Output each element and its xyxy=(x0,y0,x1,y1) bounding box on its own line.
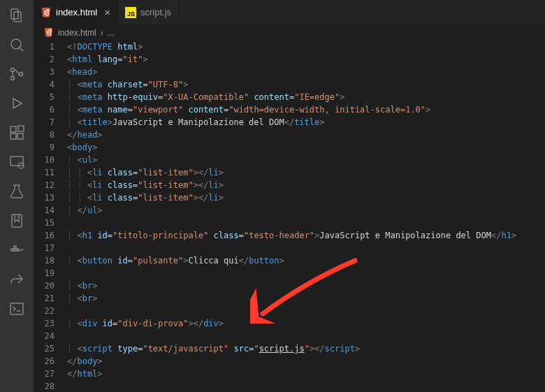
code-line[interactable]: </head> xyxy=(67,129,545,141)
main-area: index.html × JS script.js index.html › .… xyxy=(34,0,545,392)
run-debug-icon[interactable] xyxy=(8,95,25,112)
svg-point-2 xyxy=(11,39,21,49)
bookmarks-icon[interactable] xyxy=(8,212,25,229)
remote-explorer-icon[interactable] xyxy=(8,154,25,170)
line-number: 4 xyxy=(34,78,54,91)
svg-rect-12 xyxy=(10,157,23,166)
code-line[interactable]: │ <meta name="viewport" content="width=d… xyxy=(67,103,545,116)
line-number: 27 xyxy=(34,368,54,380)
line-number-gutter: 1234567891011121314151617181920212223242… xyxy=(34,41,67,392)
svg-rect-16 xyxy=(11,249,13,251)
code-line[interactable]: │ <script type="text/javascript" src="sc… xyxy=(67,342,545,355)
code-line[interactable]: │ │ <li class="list-item"></li> xyxy=(67,166,545,179)
line-number: 26 xyxy=(34,355,54,368)
svg-rect-10 xyxy=(17,133,23,139)
code-line[interactable]: │ <ul> xyxy=(67,154,545,166)
code-line[interactable]: <body> xyxy=(67,141,545,154)
svg-point-6 xyxy=(20,73,23,76)
line-number: 8 xyxy=(34,129,54,141)
search-icon[interactable] xyxy=(8,36,25,53)
close-icon[interactable]: × xyxy=(104,6,110,18)
line-number: 13 xyxy=(34,191,54,204)
code-line[interactable]: │ <title>JavaScript e Manipolazione del … xyxy=(67,116,545,129)
code-line[interactable]: │ <br> xyxy=(67,280,545,292)
line-number: 9 xyxy=(34,141,54,154)
code-line[interactable]: <head> xyxy=(67,66,545,78)
code-line[interactable]: <!DOCTYPE html> xyxy=(67,41,545,53)
svg-point-5 xyxy=(11,77,15,80)
code-line[interactable]: │ </ul> xyxy=(67,204,545,217)
tab-index-html[interactable]: index.html × xyxy=(34,0,118,24)
line-number: 16 xyxy=(34,229,54,242)
line-number: 3 xyxy=(34,66,54,78)
code-content[interactable]: <!DOCTYPE html><html lang="it"><head>│ <… xyxy=(67,41,545,392)
line-number: 2 xyxy=(34,53,54,66)
extensions-icon[interactable] xyxy=(8,124,25,141)
code-line[interactable] xyxy=(67,242,545,254)
code-line[interactable] xyxy=(67,217,545,229)
code-line[interactable]: │ │ <li class="list-item"></li> xyxy=(67,191,545,204)
editor[interactable]: 1234567891011121314151617181920212223242… xyxy=(34,41,545,392)
code-line[interactable]: │ <h1 id="titolo-principale" class="test… xyxy=(67,229,545,242)
breadcrumb-separator: › xyxy=(101,28,103,38)
source-control-icon[interactable] xyxy=(8,66,25,82)
svg-line-3 xyxy=(20,48,23,51)
code-line[interactable]: │ <div id="div-di-prova"></div> xyxy=(67,317,545,330)
terminal-icon[interactable] xyxy=(8,300,25,317)
line-number: 24 xyxy=(34,330,54,342)
code-line[interactable]: │ <meta charset="UTF-8"> xyxy=(67,78,545,91)
code-line[interactable] xyxy=(67,267,545,280)
code-line[interactable] xyxy=(67,380,545,392)
svg-rect-8 xyxy=(10,126,16,132)
line-number: 1 xyxy=(34,41,54,53)
share-icon[interactable] xyxy=(8,271,25,288)
code-line[interactable]: </body> xyxy=(67,355,545,368)
svg-rect-11 xyxy=(18,126,24,131)
line-number: 23 xyxy=(34,317,54,330)
tab-script-js[interactable]: JS script.js xyxy=(118,0,179,24)
html5-icon xyxy=(41,7,52,18)
explorer-icon[interactable] xyxy=(8,7,25,24)
code-line[interactable]: </html> xyxy=(67,368,545,380)
tab-label: script.js xyxy=(140,7,171,17)
svg-rect-17 xyxy=(14,249,16,251)
line-number: 22 xyxy=(34,305,54,317)
svg-text:JS: JS xyxy=(127,10,135,17)
svg-rect-19 xyxy=(14,246,16,248)
breadcrumb-rest: ... xyxy=(108,28,115,38)
svg-rect-9 xyxy=(10,133,16,139)
tab-label: index.html xyxy=(56,7,97,17)
line-number: 20 xyxy=(34,280,54,292)
line-number: 21 xyxy=(34,292,54,305)
line-number: 14 xyxy=(34,204,54,217)
svg-rect-15 xyxy=(12,215,22,227)
line-number: 12 xyxy=(34,179,54,191)
breadcrumb[interactable]: index.html › ... xyxy=(34,24,545,41)
line-number: 28 xyxy=(34,380,54,392)
svg-marker-7 xyxy=(13,99,22,108)
code-line[interactable]: <html lang="it"> xyxy=(67,53,545,66)
docker-icon[interactable] xyxy=(8,242,25,259)
code-line[interactable]: │ │ <li class="list-item"></li> xyxy=(67,179,545,191)
line-number: 18 xyxy=(34,254,54,267)
tab-bar: index.html × JS script.js xyxy=(34,0,545,24)
svg-rect-1 xyxy=(14,12,21,22)
code-line[interactable]: │ <button id="pulsante">Clicca qui</butt… xyxy=(67,254,545,267)
code-line[interactable]: │ <meta http-equiv="X-UA-Compatible" con… xyxy=(67,91,545,103)
code-line[interactable] xyxy=(67,330,545,342)
js-icon: JS xyxy=(125,7,136,18)
html5-icon xyxy=(43,27,54,38)
line-number: 10 xyxy=(34,154,54,166)
line-number: 11 xyxy=(34,166,54,179)
activity-bar xyxy=(0,0,34,392)
code-line[interactable]: │ <br> xyxy=(67,292,545,305)
line-number: 7 xyxy=(34,116,54,129)
breadcrumb-file: index.html xyxy=(58,28,96,38)
line-number: 15 xyxy=(34,217,54,229)
line-number: 19 xyxy=(34,267,54,280)
line-number: 17 xyxy=(34,242,54,254)
line-number: 6 xyxy=(34,103,54,116)
code-line[interactable] xyxy=(67,305,545,317)
svg-rect-20 xyxy=(10,303,23,314)
testing-icon[interactable] xyxy=(8,183,25,200)
